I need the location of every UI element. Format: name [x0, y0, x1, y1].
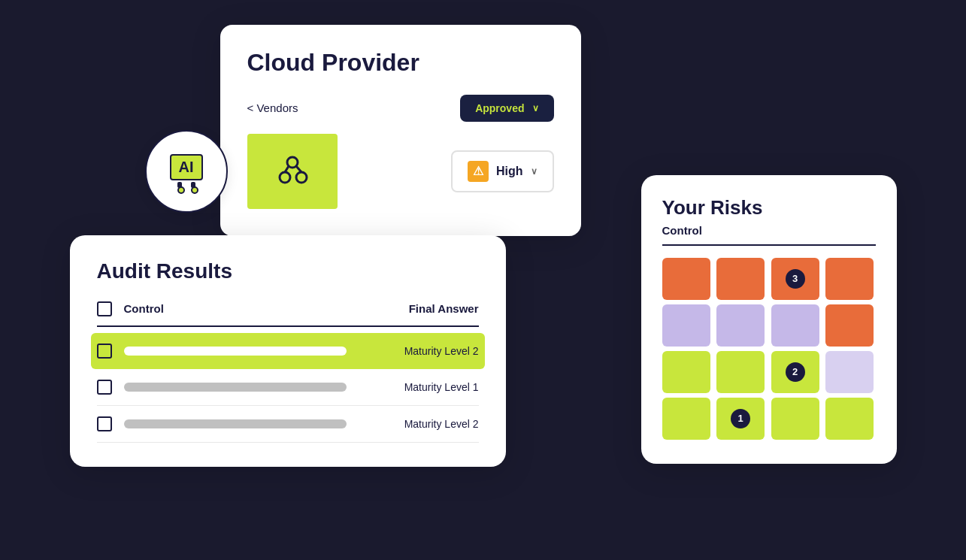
row1-maturity: Maturity Level 2: [359, 345, 479, 357]
risk-cell-3-2: [771, 398, 819, 440]
content-row: ⚠ High ∨: [247, 134, 554, 209]
row1-control-bar: [124, 347, 347, 356]
approved-label: Approved: [475, 102, 524, 114]
warning-icon: ⚠: [468, 161, 489, 182]
risk-cell-0-1: [716, 258, 765, 300]
risk-cell-1-2: [771, 304, 819, 347]
vendors-link[interactable]: < Vendors: [247, 101, 298, 114]
ai-chip: AI: [170, 154, 203, 188]
audit-row-2[interactable]: Maturity Level 1: [97, 369, 479, 406]
ai-chip-leg-left: [177, 182, 182, 188]
risk-cell-2-2: 2: [771, 351, 819, 393]
svg-line-3: [285, 166, 289, 172]
risk-cell-2-1: [716, 351, 765, 393]
risk-cell-1-1: [716, 304, 765, 347]
audit-row-3[interactable]: Maturity Level 2: [97, 406, 479, 443]
risk-grid: 3 2 1: [662, 258, 876, 440]
row2-maturity: Maturity Level 1: [359, 381, 479, 393]
svg-point-1: [296, 172, 307, 183]
risk-level-label: High: [496, 165, 523, 178]
ai-icon-circle: AI: [145, 130, 228, 213]
audit-card: Audit Results Control Final Answer Matur…: [70, 235, 506, 467]
cloud-provider-title: Cloud Provider: [247, 49, 554, 77]
risk-cell-2-0: [662, 351, 710, 393]
row3-control-bar: [124, 419, 347, 428]
approved-chevron-icon: ∨: [532, 103, 539, 114]
svg-point-0: [280, 172, 290, 183]
ai-chip-label: AI: [170, 154, 203, 180]
risk-cell-2-3: [825, 351, 874, 393]
row2-control-bar: [124, 383, 347, 392]
audit-table-header: Control Final Answer: [97, 301, 479, 327]
col-control-header: Control: [124, 302, 347, 315]
risks-card: Your Risks Control 3 2: [641, 175, 897, 464]
risk-badge-1: 1: [731, 409, 750, 428]
row2-checkbox[interactable]: [97, 380, 112, 395]
row3-maturity: Maturity Level 2: [359, 418, 479, 430]
risk-cell-3-3: [825, 398, 874, 440]
risk-cell-1-0: [662, 304, 710, 347]
risk-badge-3: 3: [786, 269, 805, 289]
cloud-provider-card: Cloud Provider < Vendors Approved ∨ ⚠ H: [220, 25, 581, 236]
ai-chip-legs: [177, 182, 195, 188]
risk-cell-3-0: [662, 398, 710, 440]
header-checkbox[interactable]: [97, 301, 112, 316]
svg-point-2: [287, 157, 298, 168]
col-answer-header: Final Answer: [359, 302, 479, 315]
risks-subtitle: Control: [662, 224, 876, 246]
vendor-graph-icon: [270, 149, 315, 194]
row1-checkbox[interactable]: [97, 344, 112, 359]
svg-line-4: [296, 166, 301, 172]
ai-chip-leg-right: [191, 182, 195, 188]
risk-cell-0-0: [662, 258, 710, 300]
risk-cell-0-3: [825, 258, 874, 300]
risk-level-badge[interactable]: ⚠ High ∨: [451, 150, 554, 192]
vendor-icon-box: [247, 134, 338, 209]
row3-checkbox[interactable]: [97, 416, 112, 431]
risk-badge-2: 2: [786, 362, 805, 382]
audit-row-1[interactable]: Maturity Level 2: [91, 333, 485, 369]
risk-cell-3-1: 1: [716, 398, 765, 440]
risk-cell-0-2: 3: [771, 258, 819, 300]
risk-chevron-icon: ∨: [531, 166, 538, 177]
risks-title: Your Risks: [662, 196, 876, 219]
risk-cell-1-3: [825, 304, 874, 347]
approved-badge[interactable]: Approved ∨: [460, 95, 553, 122]
scene: Cloud Provider < Vendors Approved ∨ ⚠ H: [70, 25, 897, 536]
audit-title: Audit Results: [97, 259, 479, 283]
vendor-row: < Vendors Approved ∨: [247, 95, 554, 122]
